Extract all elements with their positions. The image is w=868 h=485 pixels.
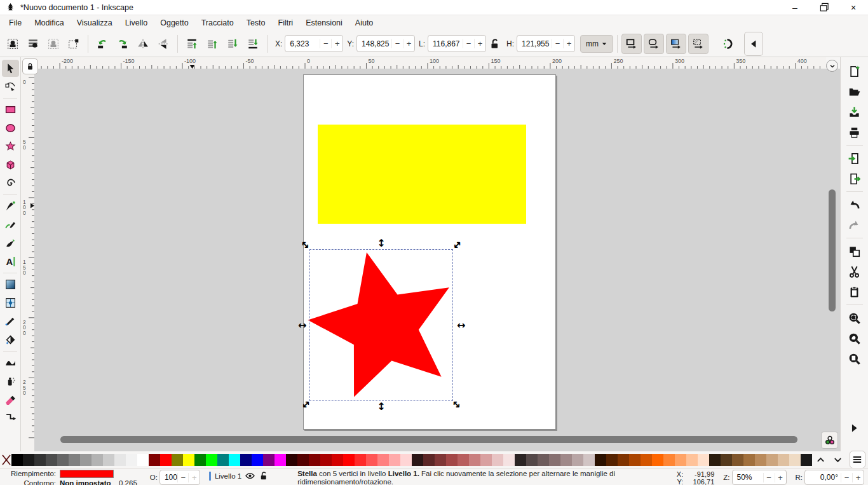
menu-item-testo[interactable]: Testo <box>240 17 272 29</box>
scale-stroke-button[interactable] <box>621 34 642 54</box>
selection-handle[interactable]: ↕ <box>297 321 307 329</box>
canvas[interactable]: ↕↕↕↕↕↕↕↕ <box>34 69 840 451</box>
palette-swatch[interactable] <box>332 454 343 466</box>
rotate-ccw-button[interactable] <box>92 34 112 54</box>
y-field[interactable]: 148,825 − + <box>356 35 415 52</box>
palette-swatch[interactable] <box>480 454 492 466</box>
raise-button[interactable] <box>202 34 222 54</box>
deselect-button[interactable] <box>43 34 64 54</box>
selection-box-button[interactable] <box>64 34 84 54</box>
raise-to-top-button[interactable] <box>182 34 202 54</box>
width-increment-button[interactable]: + <box>474 39 485 48</box>
horizontal-scrollbar[interactable] <box>60 436 797 443</box>
x-field[interactable]: 6,323 − + <box>285 35 343 52</box>
stroke-value[interactable]: Non impostato <box>60 479 114 485</box>
eraser-tool-button[interactable] <box>2 391 19 408</box>
menu-item-filtri[interactable]: Filtri <box>272 17 300 29</box>
palette-swatch[interactable] <box>137 454 149 466</box>
selection-handle[interactable]: ↕ <box>377 238 385 249</box>
rotation-increment-button[interactable]: + <box>852 473 864 482</box>
scale-patterns-button[interactable] <box>688 34 709 54</box>
rotation-decrement-button[interactable]: − <box>841 473 852 482</box>
palette-swatch[interactable] <box>755 454 766 466</box>
rectangle-shape[interactable] <box>318 125 526 224</box>
height-decrement-button[interactable]: − <box>552 39 563 48</box>
palette-swatch[interactable] <box>286 454 297 466</box>
palette-swatch[interactable] <box>698 454 709 466</box>
vertical-ruler[interactable]: 05 01 0 01 5 02 0 02 5 0 <box>21 69 34 451</box>
close-button[interactable]: × <box>839 0 868 15</box>
lower-button[interactable] <box>222 34 243 54</box>
palette-swatch[interactable] <box>801 454 812 466</box>
import-button[interactable] <box>845 149 864 168</box>
palette-swatch[interactable] <box>583 454 595 466</box>
width-decrement-button[interactable]: − <box>463 39 474 48</box>
palette-swatch[interactable] <box>789 454 801 466</box>
palette-swatch[interactable] <box>80 454 92 466</box>
spray-tool-button[interactable] <box>2 372 19 390</box>
y-decrement-button[interactable]: − <box>391 39 403 48</box>
undo-button[interactable] <box>845 195 864 214</box>
palette-scroll-up-button[interactable] <box>812 453 829 467</box>
gradient-tool-button[interactable] <box>2 276 19 293</box>
palette-swatch[interactable] <box>126 454 137 466</box>
palette-swatch[interactable] <box>641 454 652 466</box>
palette-swatch[interactable] <box>686 454 698 466</box>
palette-swatch[interactable] <box>572 454 583 466</box>
cut-button[interactable] <box>845 262 864 281</box>
fill-color-swatch[interactable] <box>60 470 114 478</box>
zoom-decrement-button[interactable]: − <box>763 473 775 482</box>
tweak-tool-button[interactable] <box>2 354 19 371</box>
select-all-layers-button[interactable] <box>23 34 43 54</box>
palette-swatch[interactable] <box>766 454 778 466</box>
print-button[interactable] <box>845 123 864 142</box>
palette-swatch[interactable] <box>663 454 675 466</box>
palette-swatch[interactable] <box>103 454 114 466</box>
layer-lock-icon[interactable] <box>259 471 268 481</box>
zoom-drawing-button[interactable] <box>845 329 864 348</box>
palette-swatch[interactable] <box>11 454 23 466</box>
minimize-button[interactable]: – <box>780 0 810 15</box>
palette-swatch[interactable] <box>57 454 69 466</box>
palette-swatch[interactable] <box>446 454 458 466</box>
open-button[interactable] <box>845 82 864 101</box>
palette-swatch[interactable] <box>389 454 400 466</box>
palette-swatch[interactable] <box>515 454 526 466</box>
maximize-button[interactable] <box>810 0 839 15</box>
palette-swatch[interactable] <box>675 454 686 466</box>
pencil-tool-button[interactable] <box>2 216 19 233</box>
no-color-swatch[interactable] <box>1 454 11 466</box>
palette-swatch[interactable] <box>503 454 515 466</box>
palette-swatch[interactable] <box>423 454 435 466</box>
menu-item-livello[interactable]: Livello <box>119 17 154 29</box>
ellipse-tool-button[interactable] <box>2 120 19 137</box>
rotation-field[interactable]: 0,00° − + <box>804 470 864 485</box>
stroke-width[interactable]: 0,265 <box>119 479 137 485</box>
text-tool-button[interactable]: A <box>2 253 19 270</box>
zoom-field[interactable]: 50% − + <box>732 470 787 485</box>
flip-horizontal-button[interactable] <box>133 34 153 54</box>
mesh-tool-button[interactable] <box>2 294 19 311</box>
layer-selector[interactable]: Livello 1 <box>215 472 241 480</box>
bucket-tool-button[interactable] <box>2 331 19 348</box>
ruler-lock-button[interactable] <box>22 58 38 74</box>
x-decrement-button[interactable]: − <box>320 39 331 48</box>
palette-swatch[interactable] <box>309 454 320 466</box>
lower-to-bottom-button[interactable] <box>243 34 263 54</box>
pen-tool-button[interactable] <box>2 198 19 215</box>
palette-swatch[interactable] <box>160 454 172 466</box>
rotate-cw-button[interactable] <box>112 34 133 54</box>
opacity-increment-button[interactable]: + <box>188 473 199 482</box>
width-field[interactable]: 116,867 − + <box>428 35 486 52</box>
palette-swatch[interactable] <box>46 454 57 466</box>
flip-vertical-button[interactable] <box>153 34 173 54</box>
palette-swatch[interactable] <box>743 454 755 466</box>
palette-swatch[interactable] <box>252 454 263 466</box>
palette-swatch[interactable] <box>538 454 549 466</box>
palette-swatch[interactable] <box>366 454 377 466</box>
palette-swatch[interactable] <box>275 454 286 466</box>
paste-button[interactable] <box>845 282 864 301</box>
height-field[interactable]: 121,955 − + <box>517 35 575 52</box>
palette-swatch[interactable] <box>629 454 641 466</box>
palette-swatch[interactable] <box>400 454 412 466</box>
